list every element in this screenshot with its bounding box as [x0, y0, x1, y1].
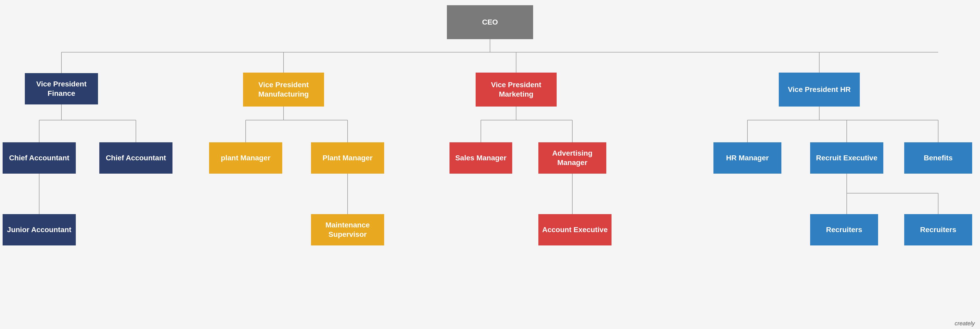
chief-acc-2-node: Chief Accountant — [99, 142, 172, 174]
recruiters-2-label: Recruiters — [920, 225, 956, 234]
chief-acc-1-node: Chief Accountant — [3, 142, 76, 174]
vp-finance-label: Vice President Finance — [27, 79, 95, 98]
plant-manager-2-label: Plant Manager — [323, 153, 372, 163]
adv-manager-node: Advertising Manager — [538, 142, 606, 174]
plant-manager-1-node: plant Manager — [209, 142, 282, 174]
hr-manager-node: HR Manager — [713, 142, 781, 174]
recruiters-1-label: Recruiters — [826, 225, 862, 234]
vp-manufacturing-label: Vice President Manufacturing — [246, 80, 321, 99]
vp-manufacturing-node: Vice President Manufacturing — [243, 73, 324, 106]
maintenance-sup-label: Maintenance Supervisor — [313, 220, 382, 239]
chief-acc-1-label: Chief Accountant — [9, 153, 70, 163]
plant-manager-2-node: Plant Manager — [311, 142, 384, 174]
recruiters-2-node: Recruiters — [904, 214, 972, 245]
hr-manager-label: HR Manager — [726, 153, 768, 163]
account-exec-label: Account Executive — [542, 225, 608, 234]
benefits-node: Benefits — [904, 142, 972, 174]
watermark: creately — [955, 320, 975, 327]
maintenance-sup-node: Maintenance Supervisor — [311, 214, 384, 245]
recruit-exec-label: Recruit Executive — [816, 153, 878, 163]
vp-marketing-label: Vice President Marketing — [478, 80, 554, 99]
benefits-label: Benefits — [924, 153, 953, 163]
sales-manager-label: Sales Manager — [455, 153, 506, 163]
account-exec-node: Account Executive — [538, 214, 611, 245]
recruit-exec-node: Recruit Executive — [810, 142, 883, 174]
vp-finance-node: Vice President Finance — [25, 73, 98, 104]
ceo-label: CEO — [482, 17, 498, 27]
vp-hr-node: Vice President HR — [779, 73, 860, 106]
chief-acc-2-label: Chief Accountant — [106, 153, 166, 163]
junior-acc-node: Junior Accountant — [3, 214, 76, 245]
vp-hr-label: Vice President HR — [788, 85, 851, 94]
plant-manager-1-label: plant Manager — [221, 153, 270, 163]
vp-marketing-node: Vice President Marketing — [476, 73, 557, 106]
org-chart: CEO Vice President Finance Vice Presiden… — [0, 0, 980, 329]
ceo-node: CEO — [447, 5, 533, 39]
sales-manager-node: Sales Manager — [450, 142, 512, 174]
junior-acc-label: Junior Accountant — [7, 225, 72, 234]
recruiters-1-node: Recruiters — [810, 214, 878, 245]
adv-manager-label: Advertising Manager — [541, 149, 604, 168]
